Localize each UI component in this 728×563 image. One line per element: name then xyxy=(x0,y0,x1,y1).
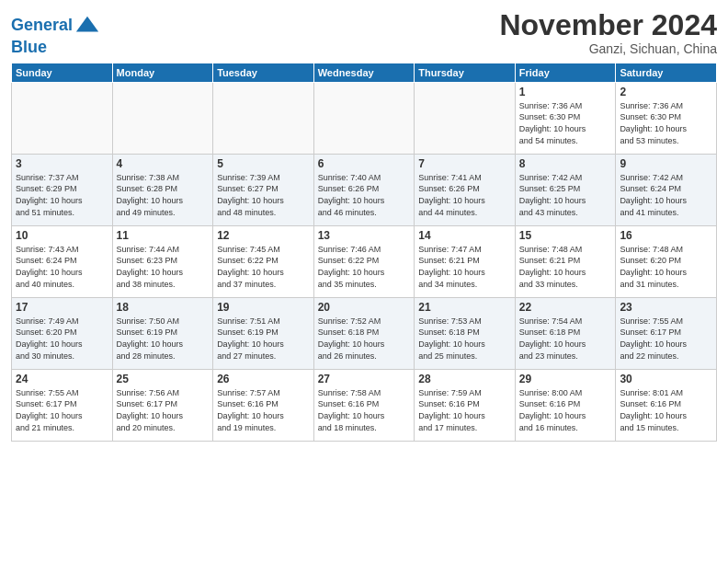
week-row-1: 1Sunrise: 7:36 AM Sunset: 6:30 PM Daylig… xyxy=(12,82,717,154)
day-cell-1-2: 5Sunrise: 7:39 AM Sunset: 6:27 PM Daylig… xyxy=(213,154,314,225)
day-number: 10 xyxy=(16,229,108,242)
day-info: Sunrise: 7:57 AM Sunset: 6:16 PM Dayligh… xyxy=(217,387,310,433)
day-number: 13 xyxy=(318,229,411,242)
day-info: Sunrise: 7:48 AM Sunset: 6:20 PM Dayligh… xyxy=(620,244,712,290)
day-number: 9 xyxy=(620,157,712,170)
day-info: Sunrise: 7:42 AM Sunset: 6:25 PM Dayligh… xyxy=(519,172,612,218)
day-info: Sunrise: 7:54 AM Sunset: 6:18 PM Dayligh… xyxy=(519,316,612,362)
day-number: 15 xyxy=(519,229,612,242)
day-number: 26 xyxy=(217,373,310,385)
header-thursday: Thursday xyxy=(415,63,516,82)
day-info: Sunrise: 7:37 AM Sunset: 6:29 PM Dayligh… xyxy=(16,172,108,218)
day-info: Sunrise: 7:56 AM Sunset: 6:17 PM Dayligh… xyxy=(117,387,210,433)
day-number: 28 xyxy=(418,373,511,385)
day-info: Sunrise: 8:01 AM Sunset: 6:16 PM Dayligh… xyxy=(620,387,712,433)
day-cell-3-5: 22Sunrise: 7:54 AM Sunset: 6:18 PM Dayli… xyxy=(515,297,616,369)
day-cell-2-3: 13Sunrise: 7:46 AM Sunset: 6:22 PM Dayli… xyxy=(313,225,415,297)
day-cell-0-4 xyxy=(415,82,516,154)
day-cell-0-1 xyxy=(112,82,213,154)
calendar-table: Sunday Monday Tuesday Wednesday Thursday… xyxy=(11,63,717,442)
day-info: Sunrise: 7:58 AM Sunset: 6:16 PM Dayligh… xyxy=(318,387,411,433)
day-cell-3-0: 17Sunrise: 7:49 AM Sunset: 6:20 PM Dayli… xyxy=(12,297,113,369)
header-wednesday: Wednesday xyxy=(313,63,415,82)
day-number: 12 xyxy=(217,229,310,242)
day-cell-1-0: 3Sunrise: 7:37 AM Sunset: 6:29 PM Daylig… xyxy=(12,154,113,225)
day-cell-1-3: 6Sunrise: 7:40 AM Sunset: 6:26 PM Daylig… xyxy=(313,154,415,225)
week-row-5: 24Sunrise: 7:55 AM Sunset: 6:17 PM Dayli… xyxy=(12,369,717,441)
day-cell-4-4: 28Sunrise: 7:59 AM Sunset: 6:16 PM Dayli… xyxy=(415,369,516,441)
day-number: 16 xyxy=(620,229,712,242)
day-info: Sunrise: 7:55 AM Sunset: 6:17 PM Dayligh… xyxy=(620,316,712,362)
day-cell-1-5: 8Sunrise: 7:42 AM Sunset: 6:25 PM Daylig… xyxy=(515,154,616,225)
day-info: Sunrise: 7:55 AM Sunset: 6:17 PM Dayligh… xyxy=(16,387,108,433)
day-info: Sunrise: 8:00 AM Sunset: 6:16 PM Dayligh… xyxy=(519,387,612,433)
day-number: 19 xyxy=(217,301,310,314)
week-row-2: 3Sunrise: 7:37 AM Sunset: 6:29 PM Daylig… xyxy=(12,154,717,225)
day-cell-0-0 xyxy=(12,82,113,154)
day-cell-0-3 xyxy=(313,82,415,154)
day-info: Sunrise: 7:43 AM Sunset: 6:24 PM Dayligh… xyxy=(16,244,108,290)
day-cell-0-5: 1Sunrise: 7:36 AM Sunset: 6:30 PM Daylig… xyxy=(515,82,616,154)
title-block: November 2024 Ganzi, Sichuan, China xyxy=(499,9,717,56)
day-info: Sunrise: 7:59 AM Sunset: 6:16 PM Dayligh… xyxy=(418,387,511,433)
day-number: 7 xyxy=(418,157,511,170)
day-info: Sunrise: 7:46 AM Sunset: 6:22 PM Dayligh… xyxy=(318,244,411,290)
day-cell-3-2: 19Sunrise: 7:51 AM Sunset: 6:19 PM Dayli… xyxy=(213,297,314,369)
day-cell-4-1: 25Sunrise: 7:56 AM Sunset: 6:17 PM Dayli… xyxy=(112,369,213,441)
day-cell-1-1: 4Sunrise: 7:38 AM Sunset: 6:28 PM Daylig… xyxy=(112,154,213,225)
header-monday: Monday xyxy=(112,63,213,82)
header-tuesday: Tuesday xyxy=(213,63,314,82)
day-number: 11 xyxy=(117,229,210,242)
logo: General Blue xyxy=(11,13,100,57)
day-cell-0-6: 2Sunrise: 7:36 AM Sunset: 6:30 PM Daylig… xyxy=(616,82,717,154)
day-cell-4-5: 29Sunrise: 8:00 AM Sunset: 6:16 PM Dayli… xyxy=(515,369,616,441)
location: Ganzi, Sichuan, China xyxy=(499,41,717,56)
day-number: 29 xyxy=(519,373,612,385)
header-sunday: Sunday xyxy=(12,63,113,82)
day-info: Sunrise: 7:40 AM Sunset: 6:26 PM Dayligh… xyxy=(318,172,411,218)
day-info: Sunrise: 7:36 AM Sunset: 6:30 PM Dayligh… xyxy=(519,100,612,146)
day-number: 27 xyxy=(318,373,411,385)
day-cell-3-3: 20Sunrise: 7:52 AM Sunset: 6:18 PM Dayli… xyxy=(313,297,415,369)
day-number: 18 xyxy=(117,301,210,314)
day-cell-4-3: 27Sunrise: 7:58 AM Sunset: 6:16 PM Dayli… xyxy=(313,369,415,441)
day-number: 25 xyxy=(117,373,210,385)
day-number: 30 xyxy=(620,373,712,385)
day-info: Sunrise: 7:36 AM Sunset: 6:30 PM Dayligh… xyxy=(620,100,712,146)
week-row-3: 10Sunrise: 7:43 AM Sunset: 6:24 PM Dayli… xyxy=(12,225,717,297)
day-cell-2-4: 14Sunrise: 7:47 AM Sunset: 6:21 PM Dayli… xyxy=(415,225,516,297)
month-title: November 2024 xyxy=(499,9,717,41)
day-cell-3-1: 18Sunrise: 7:50 AM Sunset: 6:19 PM Dayli… xyxy=(112,297,213,369)
day-info: Sunrise: 7:53 AM Sunset: 6:18 PM Dayligh… xyxy=(418,316,511,362)
header-friday: Friday xyxy=(515,63,616,82)
day-cell-3-6: 23Sunrise: 7:55 AM Sunset: 6:17 PM Dayli… xyxy=(616,297,717,369)
day-number: 2 xyxy=(620,86,712,98)
day-info: Sunrise: 7:41 AM Sunset: 6:26 PM Dayligh… xyxy=(418,172,511,218)
logo-text: General xyxy=(11,17,73,35)
week-row-4: 17Sunrise: 7:49 AM Sunset: 6:20 PM Dayli… xyxy=(12,297,717,369)
day-info: Sunrise: 7:38 AM Sunset: 6:28 PM Dayligh… xyxy=(117,172,210,218)
day-info: Sunrise: 7:39 AM Sunset: 6:27 PM Dayligh… xyxy=(217,172,310,218)
svg-marker-0 xyxy=(76,17,98,32)
day-number: 14 xyxy=(418,229,511,242)
day-info: Sunrise: 7:50 AM Sunset: 6:19 PM Dayligh… xyxy=(117,316,210,362)
day-cell-4-6: 30Sunrise: 8:01 AM Sunset: 6:16 PM Dayli… xyxy=(616,369,717,441)
weekday-header-row: Sunday Monday Tuesday Wednesday Thursday… xyxy=(12,63,717,82)
header: General Blue November 2024 Ganzi, Sichua… xyxy=(11,9,717,57)
main-container: General Blue November 2024 Ganzi, Sichua… xyxy=(0,0,728,451)
day-number: 21 xyxy=(418,301,511,314)
day-cell-1-4: 7Sunrise: 7:41 AM Sunset: 6:26 PM Daylig… xyxy=(415,154,516,225)
day-number: 8 xyxy=(519,157,612,170)
day-info: Sunrise: 7:42 AM Sunset: 6:24 PM Dayligh… xyxy=(620,172,712,218)
day-number: 20 xyxy=(318,301,411,314)
day-info: Sunrise: 7:48 AM Sunset: 6:21 PM Dayligh… xyxy=(519,244,612,290)
day-number: 3 xyxy=(16,157,108,170)
logo-icon xyxy=(74,13,100,39)
day-info: Sunrise: 7:47 AM Sunset: 6:21 PM Dayligh… xyxy=(418,244,511,290)
day-number: 23 xyxy=(620,301,712,314)
day-info: Sunrise: 7:51 AM Sunset: 6:19 PM Dayligh… xyxy=(217,316,310,362)
day-number: 4 xyxy=(117,157,210,170)
day-cell-4-2: 26Sunrise: 7:57 AM Sunset: 6:16 PM Dayli… xyxy=(213,369,314,441)
day-cell-0-2 xyxy=(213,82,314,154)
day-cell-2-5: 15Sunrise: 7:48 AM Sunset: 6:21 PM Dayli… xyxy=(515,225,616,297)
